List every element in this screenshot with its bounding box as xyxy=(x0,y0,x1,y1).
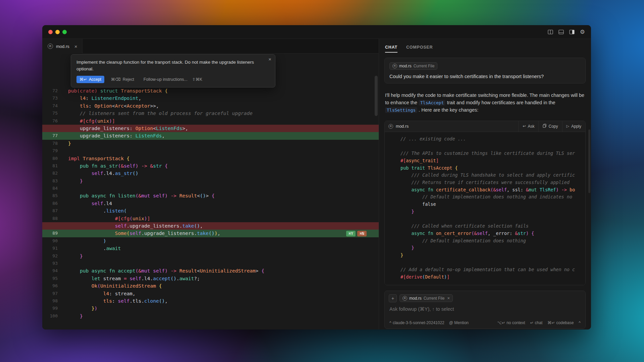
copy-button[interactable]: Copy xyxy=(538,121,562,132)
followup-shortcut: ⇧⌘K xyxy=(192,77,202,82)
followup-input[interactable]: Ask followup (⌘Y), ↑ to select xyxy=(389,306,581,312)
code-line[interactable]: 75 // listeners sent from the old proces… xyxy=(42,110,379,117)
code-line[interactable]: pub trait TlsAccept { xyxy=(390,165,585,172)
input-context-chip[interactable]: R mod.rs Current File × xyxy=(399,294,453,302)
prompt-close-icon[interactable]: × xyxy=(268,56,271,62)
code-line[interactable]: 83 } xyxy=(42,177,379,185)
code-line[interactable]: // Default implementation does nothing a… xyxy=(390,193,585,201)
codebase-shortcut[interactable]: ⌘↵ codebase xyxy=(547,320,574,325)
apply-icon: ▷ xyxy=(567,124,569,128)
code-line[interactable]: /// The APIs to customize things like ce… xyxy=(390,150,585,157)
shortcut-label: no context xyxy=(506,320,525,325)
code-line[interactable]: self.upgrade_listeners.take(), xyxy=(42,222,379,230)
accept-button[interactable]: ⌘↵ Accept xyxy=(76,76,104,83)
code-line[interactable]: // Add a default no-op implementation th… xyxy=(390,266,585,274)
tab-chat[interactable]: CHAT xyxy=(385,45,397,53)
code-line[interactable] xyxy=(390,215,585,223)
code-line[interactable]: 97 l4: stream, xyxy=(42,290,379,297)
context-chip[interactable]: R mod.rs Current File xyxy=(389,62,437,70)
code-block-body[interactable]: // ... existing code .../// The APIs to … xyxy=(385,132,585,285)
code-line[interactable]: 80impl TransportStack { xyxy=(42,155,379,162)
code-line[interactable] xyxy=(390,259,585,266)
model-selector[interactable]: ^ claude-3-5-sonnet-20241022 xyxy=(389,320,444,325)
code-line[interactable]: 89 Some(self.upgrade_listeners.take()),⌘… xyxy=(42,230,379,237)
code-line[interactable]: /// Called during TLS handshake to selec… xyxy=(390,172,585,179)
code-block-file-label: mod.rs xyxy=(396,124,409,129)
code-line[interactable]: 100 } xyxy=(42,312,379,320)
code-line[interactable]: 73 l4: ListenerEndpoint, xyxy=(42,95,379,102)
code-line[interactable]: 82 self.l4.as_str() xyxy=(42,170,379,177)
code-editor[interactable]: 72pub(crate) struct TransportStack {73 l… xyxy=(42,54,379,320)
code-line[interactable]: } xyxy=(390,244,585,252)
code-line[interactable]: 88 #[cfg(unix)] xyxy=(42,215,379,222)
code-line[interactable]: // Default implementation does nothing xyxy=(390,237,585,245)
apply-button[interactable]: ▷ Apply xyxy=(562,121,586,132)
reject-diff-badge[interactable]: ⌘N xyxy=(357,231,367,236)
code-line[interactable]: 95 let stream = self.l4.accept().await?; xyxy=(42,275,379,282)
split-editor-icon[interactable] xyxy=(548,29,553,35)
code-line[interactable]: 96 Ok(UninitializedStream { xyxy=(42,282,379,290)
no-context-shortcut[interactable]: ⌥↵ no context xyxy=(497,320,525,325)
editor-scrollbar[interactable] xyxy=(375,76,378,116)
code-line[interactable]: /// Called when certificate selection fa… xyxy=(390,223,585,230)
code-line[interactable]: 79 xyxy=(42,147,379,155)
inline-code: TlsAccept xyxy=(419,100,445,106)
reject-label: Reject xyxy=(123,77,134,82)
tab-mod-rs[interactable]: R mod.rs × xyxy=(42,39,83,54)
code-line[interactable]: 78} xyxy=(42,140,379,147)
inline-code: TlsSettings xyxy=(385,107,417,113)
shortcut-label: codebase xyxy=(556,320,574,325)
code-line[interactable]: 94 pub async fn accept(&mut self) -> Res… xyxy=(42,267,379,275)
tab-composer[interactable]: COMPOSER xyxy=(406,45,433,53)
code-line[interactable]: 87 .listen( xyxy=(42,207,379,215)
code-line[interactable]: 81 pub fn as_str(&self) -> &str { xyxy=(42,162,379,170)
chip-filename: mod.rs xyxy=(399,64,412,68)
editor-pane: R mod.rs × 72pub(crate) struct Transport… xyxy=(42,39,379,329)
code-line[interactable]: async fn on_cert_error(&self, _error: &s… xyxy=(390,230,585,237)
expand-caret-icon[interactable]: ^ xyxy=(579,320,581,325)
code-line[interactable]: #[derive(Default)] xyxy=(390,274,585,281)
code-line[interactable]: false xyxy=(390,201,585,208)
code-line[interactable]: 99 }) xyxy=(42,305,379,312)
code-line[interactable]: 93 xyxy=(42,260,379,267)
ask-button[interactable]: ↩ Ask xyxy=(518,121,538,132)
code-line[interactable]: upgrade_listeners: Option<ListenFds>, xyxy=(42,125,379,132)
shortcut-label: chat xyxy=(535,320,543,325)
toggle-right-sidebar-icon[interactable] xyxy=(569,29,575,35)
accept-diff-badge[interactable]: ⌘Y xyxy=(346,231,356,236)
code-line[interactable] xyxy=(390,143,585,150)
mention-button[interactable]: @ Mention xyxy=(449,320,469,325)
desktop-background: ⚙ R mod.rs × 72pub(crate) struct Transpo… xyxy=(0,0,644,362)
reject-button[interactable]: ⌘⌫ Reject xyxy=(109,77,136,82)
code-line[interactable]: } xyxy=(390,208,585,216)
close-window-button[interactable] xyxy=(48,30,53,34)
code-line[interactable]: async fn certificate_callback(&self, ssl… xyxy=(390,186,585,194)
code-line[interactable]: 72pub(crate) struct TransportStack { xyxy=(42,87,379,95)
code-line[interactable]: // ... existing code ... xyxy=(390,135,585,143)
zoom-window-button[interactable] xyxy=(62,30,67,34)
code-line[interactable]: 84 xyxy=(42,185,379,192)
toggle-panel-icon[interactable] xyxy=(558,29,564,35)
chat-scrollbar[interactable] xyxy=(588,129,590,193)
code-line[interactable]: 91 .await xyxy=(42,245,379,252)
code-line[interactable]: 90 ) xyxy=(42,237,379,245)
chat-shortcut[interactable]: ↵ chat xyxy=(530,320,543,325)
chip-close-icon[interactable]: × xyxy=(447,296,450,301)
code-line[interactable]: /// Returns true if certificates were su… xyxy=(390,179,585,186)
code-line[interactable]: #[async_trait] xyxy=(390,157,585,165)
code-line[interactable]: } xyxy=(390,252,585,259)
settings-gear-icon[interactable]: ⚙ xyxy=(580,29,585,35)
code-line[interactable]: 74 tls: Option<Arc<Acceptor>>, xyxy=(42,102,379,110)
add-context-button[interactable]: + xyxy=(389,294,397,302)
code-line[interactable]: 92 } xyxy=(42,252,379,260)
code-line[interactable]: 98 tls: self.tls.clone(), xyxy=(42,297,379,305)
followup-instructions-input[interactable]: Follow-up instructions... xyxy=(144,77,187,82)
inline-edit-prompt: × Implement the cleanup function for the… xyxy=(71,54,275,87)
code-line[interactable]: 77 upgrade_listeners: ListenFds, xyxy=(42,132,379,139)
tab-close-icon[interactable]: × xyxy=(74,44,77,49)
code-line[interactable]: 85 pub async fn listen(&mut self) -> Res… xyxy=(42,192,379,199)
code-line[interactable]: 86 self.l4 xyxy=(42,200,379,207)
code-line[interactable]: 76 #[cfg(unix)] xyxy=(42,117,379,125)
model-label: claude-3-5-sonnet-20241022 xyxy=(393,320,444,325)
minimize-window-button[interactable] xyxy=(55,30,60,34)
